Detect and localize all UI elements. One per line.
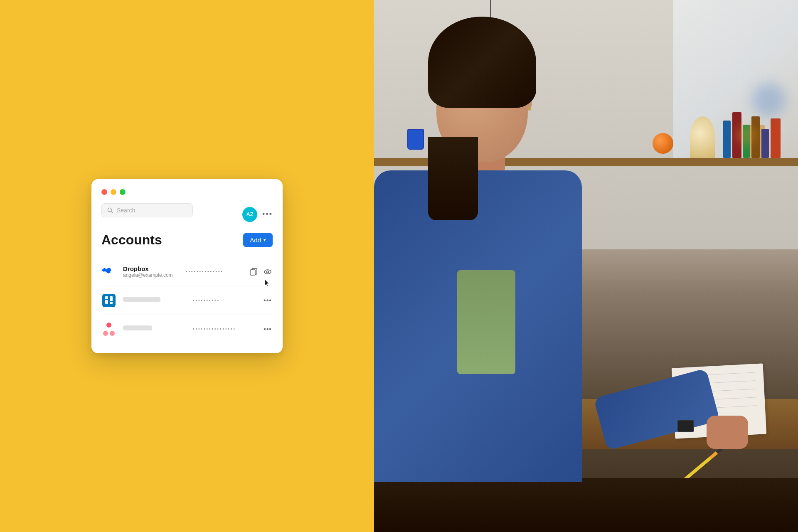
fruit: [653, 133, 673, 154]
placeholder-name: [123, 297, 160, 302]
floor: [374, 478, 798, 532]
copy-password-button[interactable]: [249, 267, 259, 277]
account-info: [123, 325, 186, 333]
account-name: Dropbox: [123, 265, 179, 272]
person-hair-flow: [428, 137, 478, 220]
placeholder-name: [123, 325, 152, 330]
list-item: •••••••••• •••: [101, 286, 273, 315]
dropbox-icon: [101, 264, 116, 279]
mug: [407, 129, 424, 150]
add-button[interactable]: Add ▾: [243, 233, 273, 247]
password-field: ••••••••••: [193, 298, 256, 303]
account-info: Dropbox angela@example.com: [123, 265, 179, 278]
top-right-actions: AZ •••: [242, 207, 273, 222]
trello-logo: [101, 293, 116, 308]
right-panel: [374, 0, 798, 532]
svg-point-14: [267, 271, 269, 273]
ui-card: Search AZ ••• Accounts Add ▾: [91, 179, 283, 353]
dots-icon: •••: [264, 297, 272, 304]
account-actions: [249, 267, 273, 277]
person-shirt: [457, 270, 515, 374]
list-item: •••••••••••••••• •••: [101, 315, 273, 343]
more-options-button[interactable]: •••: [263, 324, 273, 334]
list-item: Dropbox angela@example.com •••••••••••••…: [101, 258, 273, 286]
close-button[interactable]: [101, 189, 107, 195]
traffic-lights: [101, 189, 273, 195]
svg-rect-11: [250, 270, 255, 275]
person-hand: [707, 416, 748, 449]
account-email: angela@example.com: [123, 272, 179, 278]
asana-logo: [101, 322, 116, 337]
password-field: ••••••••••••••: [186, 269, 242, 274]
search-bar[interactable]: Search: [101, 203, 193, 217]
svg-point-13: [264, 270, 271, 274]
person-hair: [428, 17, 536, 108]
top-bar: Search AZ •••: [101, 203, 273, 226]
watch: [677, 420, 694, 432]
left-panel: Search AZ ••• Accounts Add ▾: [0, 0, 374, 532]
account-actions: •••: [263, 324, 273, 334]
more-options-button[interactable]: •••: [262, 210, 273, 219]
password-field: ••••••••••••••••: [193, 327, 256, 331]
eye-icon: [264, 268, 272, 276]
photo-scene: [374, 0, 798, 532]
account-list: Dropbox angela@example.com •••••••••••••…: [101, 258, 273, 343]
dots-icon: •••: [264, 325, 272, 333]
reveal-password-button[interactable]: [263, 267, 273, 277]
page-title: Accounts: [101, 232, 162, 248]
minimize-button[interactable]: [111, 189, 116, 195]
asana-circle-left: [103, 331, 108, 336]
add-button-label: Add: [250, 236, 261, 244]
bokeh: [736, 125, 756, 145]
page-header: Accounts Add ▾: [101, 232, 273, 248]
more-options-button[interactable]: •••: [263, 296, 273, 305]
search-icon: [107, 207, 113, 214]
svg-line-1: [111, 211, 113, 213]
asana-circle-top: [106, 323, 111, 328]
chevron-down-icon: ▾: [264, 237, 266, 243]
maximize-button[interactable]: [120, 189, 126, 195]
bokeh: [752, 83, 786, 116]
dropbox-logo: [101, 264, 116, 279]
account-actions: •••: [263, 296, 273, 305]
asana-circle-right: [110, 331, 115, 336]
copy-icon: [249, 268, 258, 276]
account-info: [123, 297, 186, 304]
user-avatar[interactable]: AZ: [242, 207, 257, 222]
shelf-item: [690, 116, 715, 158]
search-placeholder: Search: [117, 207, 135, 214]
cursor: [264, 279, 270, 289]
